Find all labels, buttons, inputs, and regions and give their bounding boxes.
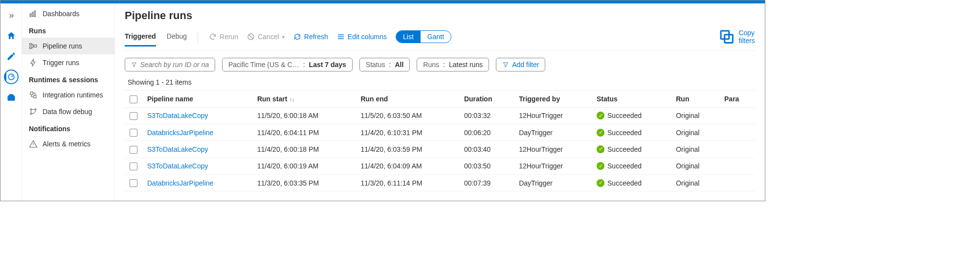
pipeline-link[interactable]: DatabricksJarPipeline [147, 179, 213, 187]
cell-run-type: Original [671, 124, 719, 141]
filter-timezone[interactable]: Pacific Time (US & C… : Last 7 days [222, 58, 353, 71]
cell-run-end: 11/4/20, 6:04:09 AM [356, 158, 459, 174]
filter-add-icon [502, 61, 509, 68]
command-bar: Triggered Debug Rerun Cancel ▾ Refresh E… [125, 28, 755, 51]
sidebar-label: Integration runtimes [43, 91, 103, 99]
pipeline-link[interactable]: S3ToDataLakeCopy [147, 112, 208, 119]
status-badge: ✓Succeeded [597, 145, 666, 153]
rail-home-button[interactable] [1, 26, 21, 46]
main-content: Pipeline runs Triggered Debug Rerun Canc… [115, 3, 765, 201]
cancel-icon [247, 33, 255, 41]
search-input-wrapper[interactable] [125, 58, 215, 71]
table-row: S3ToDataLakeCopy11/4/20, 6:00:19 AM11/4/… [125, 158, 755, 174]
table-row: S3ToDataLakeCopy11/4/20, 6:00:18 PM11/4/… [125, 141, 755, 158]
sidebar-item-data-flow-debug[interactable]: Data flow debug [22, 103, 114, 120]
edit-columns-button[interactable]: Edit columns [337, 33, 387, 46]
cell-duration: 00:07:39 [459, 174, 514, 191]
cell-run-end: 11/3/20, 6:11:14 PM [356, 174, 459, 191]
cell-params [719, 124, 755, 141]
toggle-gantt[interactable]: Gantt [421, 31, 451, 43]
toggle-list[interactable]: List [396, 31, 421, 43]
table-header-row: Pipeline name Run start↑↓ Run end Durati… [125, 91, 755, 107]
rail-monitor-button[interactable] [4, 70, 19, 84]
sidebar-item-dashboards[interactable]: Dashboards [22, 5, 114, 22]
cell-run-end: 11/4/20, 6:10:31 PM [356, 124, 459, 141]
pipeline-link[interactable]: DatabricksJarPipeline [147, 129, 213, 137]
select-all-checkbox[interactable] [130, 95, 137, 103]
row-checkbox[interactable] [130, 146, 137, 154]
header-label: Run start [257, 95, 287, 103]
svg-rect-8 [34, 95, 36, 98]
filter-runs[interactable]: Runs : Latest runs [417, 58, 489, 71]
col-triggered-by[interactable]: Triggered by [514, 91, 592, 107]
cell-run-start: 11/3/20, 6:03:35 PM [252, 174, 356, 191]
sidebar-item-alerts[interactable]: Alerts & metrics [22, 136, 114, 152]
cmd-label: Edit columns [348, 33, 387, 41]
copy-filters-button[interactable]: Copy filters [718, 28, 755, 50]
cell-run-type: Original [671, 107, 719, 124]
cancel-button[interactable]: Cancel ▾ [247, 33, 285, 46]
sidebar-item-trigger-runs[interactable]: Trigger runs [22, 54, 114, 71]
col-duration[interactable]: Duration [459, 91, 514, 107]
toolbox-icon [6, 93, 16, 102]
tab-triggered[interactable]: Triggered [125, 32, 156, 47]
cmd-label: Copy filters [738, 29, 755, 45]
svg-rect-1 [30, 14, 31, 17]
pipeline-link[interactable]: S3ToDataLakeCopy [147, 162, 208, 170]
rail-author-button[interactable] [1, 47, 21, 66]
add-filter-button[interactable]: Add filter [496, 58, 545, 71]
cell-trigger: DayTrigger [514, 174, 592, 191]
expand-rail-button[interactable]: » [1, 5, 21, 25]
check-icon: ✓ [597, 145, 604, 153]
col-run-start[interactable]: Run start↑↓ [252, 91, 356, 107]
debug-icon [29, 107, 38, 116]
filter-status[interactable]: Status : All [359, 58, 410, 71]
app-frame: » Dashboards Runs Pipeline runs Trigger … [0, 3, 765, 201]
cell-params [719, 158, 755, 174]
check-icon: ✓ [597, 162, 604, 170]
cell-run-type: Original [671, 158, 719, 174]
sidebar-label: Pipeline runs [43, 42, 82, 50]
row-checkbox[interactable] [130, 163, 137, 170]
rail-manage-button[interactable] [1, 88, 21, 107]
cell-duration: 00:06:20 [459, 124, 514, 141]
page-title: Pipeline runs [125, 9, 755, 22]
row-checkbox[interactable] [130, 179, 137, 187]
sidebar-label: Trigger runs [43, 59, 79, 67]
search-input[interactable] [140, 61, 209, 69]
table-row: DatabricksJarPipeline11/3/20, 6:03:35 PM… [125, 174, 755, 191]
sidebar-item-pipeline-runs[interactable]: Pipeline runs [22, 38, 114, 54]
filter-icon [131, 61, 137, 68]
svg-point-11 [30, 113, 32, 115]
sidebar-item-integration-runtimes[interactable]: Integration runtimes [22, 87, 114, 103]
pipeline-icon [29, 42, 38, 50]
pipeline-link[interactable]: S3ToDataLakeCopy [147, 145, 208, 153]
cell-run-end: 11/5/20, 6:03:50 AM [356, 107, 459, 124]
cell-trigger: 12HourTrigger [514, 141, 592, 158]
trigger-icon [29, 58, 38, 67]
chevron-down-icon: ▾ [282, 34, 285, 40]
col-params[interactable]: Para [719, 91, 755, 107]
check-icon: ✓ [597, 112, 604, 119]
row-checkbox[interactable] [130, 112, 137, 120]
row-checkbox[interactable] [130, 129, 137, 137]
cell-trigger: 12HourTrigger [514, 107, 592, 124]
filter-label: Pacific Time (US & C… [228, 61, 299, 69]
cell-params [719, 107, 755, 124]
filter-sep: : [303, 61, 305, 69]
filter-label: Status [366, 61, 385, 69]
status-badge: ✓Succeeded [597, 162, 666, 170]
cmd-label: Cancel [258, 33, 279, 41]
col-pipeline-name[interactable]: Pipeline name [142, 91, 252, 107]
table-row: S3ToDataLakeCopy11/5/20, 6:00:18 AM11/5/… [125, 107, 755, 124]
runtime-icon [29, 91, 38, 99]
col-run-end[interactable]: Run end [356, 91, 459, 107]
svg-rect-6 [34, 45, 37, 47]
rerun-button[interactable]: Rerun [209, 33, 238, 46]
sidebar-section-runtimes: Runtimes & sessions [22, 71, 114, 87]
col-run[interactable]: Run [671, 91, 719, 107]
col-status[interactable]: Status [592, 91, 671, 107]
refresh-button[interactable]: Refresh [293, 33, 328, 46]
tab-debug[interactable]: Debug [167, 32, 187, 47]
svg-rect-4 [30, 44, 32, 46]
